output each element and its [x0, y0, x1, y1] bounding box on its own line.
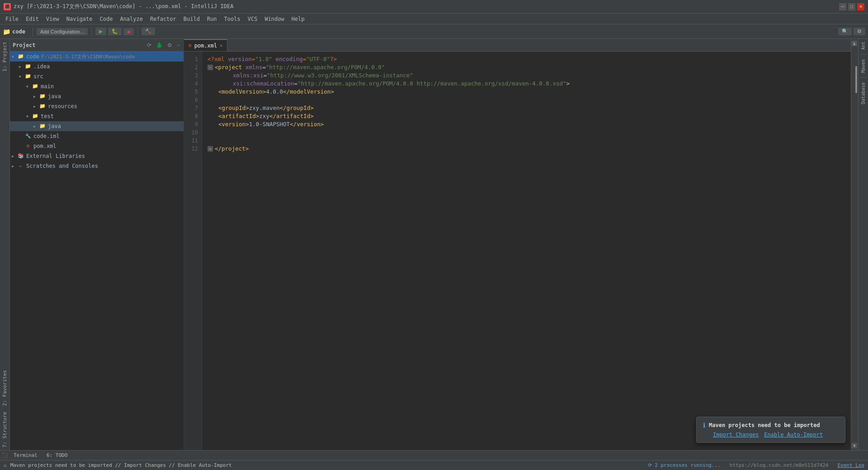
code-line-10 — [208, 128, 845, 137]
maven-panel-tab[interactable]: Maven — [859, 57, 867, 76]
tree-item-java[interactable]: 📁 java — [10, 91, 184, 101]
tree-icon-main: 📁 — [32, 83, 39, 90]
maximize-button[interactable]: □ — [848, 3, 855, 10]
tree-label-scratches: Scratches and Consoles — [26, 163, 98, 169]
scroll-thumb[interactable] — [855, 66, 857, 93]
toolbar: 📁 code Add Configuration... ▶ 🐛 ■ 🔨 🔍 ⚙ — [0, 24, 868, 39]
tree-icon-test: 📁 — [32, 113, 39, 120]
notification-title: Maven projects need to be imported — [709, 422, 820, 428]
terminal-icon: ⬛ — [2, 452, 8, 458]
sidebar-minimize-btn[interactable]: − — [176, 41, 181, 49]
run-button[interactable]: ▶ — [95, 28, 106, 35]
tab-close-pom[interactable]: ✕ — [220, 43, 222, 48]
tree-icon-code: 📁 — [17, 53, 24, 60]
toolbar-project-name: code — [12, 28, 25, 35]
tree-item-resources[interactable]: 📁 resources — [10, 101, 184, 111]
editor-tab-pom[interactable]: m pom.xml ✕ — [184, 39, 227, 51]
menu-bar: File Edit View Navigate Code Analyze Ref… — [0, 14, 868, 24]
line-num-4: 4 — [184, 80, 202, 88]
line-numbers: 1 2 3 4 5 6 7 8 9 10 11 12 — [184, 52, 202, 450]
tab-icon-pom: m — [189, 43, 192, 48]
right-scrollbar[interactable]: ▼ ▲ ✓ — [851, 39, 858, 450]
tree-item-test-java[interactable]: 📁 java — [10, 121, 184, 131]
fold-icon-12[interactable]: + — [208, 146, 213, 152]
database-panel-tab[interactable]: Database — [859, 80, 867, 107]
tree-item-code-root[interactable]: 📁 code F:\2021-3-17文件\CSDN\Maven\code — [10, 52, 184, 62]
editor-tabs: m pom.xml ✕ — [184, 39, 851, 52]
sidebar-gear-btn[interactable]: ⚙ — [166, 41, 173, 49]
settings-button[interactable]: ⚙ — [854, 28, 865, 35]
scroll-down-btn[interactable]: ▼ — [852, 443, 857, 448]
sidebar-header: Project ⟳ 🌲 ⚙ − — [10, 39, 184, 52]
sidebar: Project ⟳ 🌲 ⚙ − 📁 code F:\2021-3-17文件\CS… — [10, 39, 184, 450]
line-num-7: 7 — [184, 104, 202, 112]
toolbar-project-icon: 📁 — [3, 28, 10, 35]
code-line-11 — [208, 137, 845, 145]
sidebar-title: Project — [13, 42, 143, 48]
menu-help[interactable]: Help — [288, 15, 308, 23]
minimize-button[interactable]: ─ — [839, 3, 846, 10]
menu-window[interactable]: Window — [261, 15, 288, 23]
menu-code[interactable]: Code — [96, 15, 117, 23]
fold-icon-2[interactable]: − — [208, 65, 213, 70]
panel-divider — [860, 54, 867, 55]
panel-divider-2 — [860, 77, 867, 78]
project-panel-tab[interactable]: 1: Project — [0, 39, 9, 74]
tree-item-ext-libs[interactable]: 📚 External Libraries — [10, 151, 184, 161]
import-changes-link[interactable]: Import Changes — [713, 432, 759, 438]
todo-tab[interactable]: 6: TODO — [43, 451, 71, 460]
tree-item-src[interactable]: 📁 src — [10, 71, 184, 81]
ant-panel-tab[interactable]: Ant — [859, 39, 867, 52]
tree-item-main[interactable]: 📁 main — [10, 81, 184, 91]
menu-navigate[interactable]: Navigate — [63, 15, 96, 23]
debug-button[interactable]: 🐛 — [108, 28, 122, 35]
structure-panel-tab[interactable]: 7: Structure — [0, 409, 9, 450]
sidebar-sync-btn[interactable]: ⟳ — [146, 41, 152, 49]
tree-icon-java-src: 📁 — [39, 93, 46, 100]
add-configuration-button[interactable]: Add Configuration... — [37, 28, 88, 35]
status-message: Maven projects need to be imported // Im… — [10, 462, 644, 468]
menu-vcs[interactable]: VCS — [244, 15, 261, 23]
code-line-7: <groupId>zxy.maven</groupId> — [208, 104, 845, 112]
tree-arrow-resources — [33, 104, 39, 109]
menu-view[interactable]: View — [42, 15, 63, 23]
close-button[interactable]: ✕ — [857, 3, 864, 10]
line-num-10: 10 — [184, 128, 202, 137]
favorites-panel-tab[interactable]: 2: Favorites — [0, 367, 9, 408]
window-title: zxy [F:\2021-3-17文件\CSDN\Maven\code] - .… — [14, 3, 233, 10]
code-area[interactable]: <?xml version="1.0" encoding="UTF-8"?> −… — [202, 52, 851, 450]
terminal-tab[interactable]: Terminal — [10, 451, 41, 460]
tree-item-test[interactable]: 📁 test — [10, 111, 184, 121]
tree-icon-test-java: 📁 — [39, 123, 46, 130]
event-log-label[interactable]: Event Log — [837, 462, 864, 468]
processes-label: 2 processes running... — [655, 462, 721, 468]
menu-build[interactable]: Build — [180, 15, 203, 23]
tree-item-pom[interactable]: m pom.xml — [10, 141, 184, 151]
menu-run[interactable]: Run — [203, 15, 221, 23]
line-num-3: 3 — [184, 71, 202, 80]
tree-label-src: src — [33, 73, 43, 80]
menu-file[interactable]: File — [2, 15, 22, 23]
enable-auto-import-link[interactable]: Enable Auto-Import — [764, 432, 823, 438]
tree-label-test-java: java — [48, 123, 61, 129]
menu-analyze[interactable]: Analyze — [116, 15, 146, 23]
stop-button[interactable]: ■ — [123, 28, 134, 35]
code-text-2a: < — [215, 63, 218, 71]
sidebar-tree-btn[interactable]: 🌲 — [155, 41, 164, 49]
tree-arrow-java — [33, 94, 39, 99]
tree-item-idea[interactable]: 📁 .idea — [10, 62, 184, 71]
menu-edit[interactable]: Edit — [22, 15, 42, 23]
line-num-2: 2 — [184, 63, 202, 71]
search-everywhere-button[interactable]: 🔍 — [838, 28, 852, 35]
editor-content: 1 2 3 4 5 6 7 8 9 10 11 12 <?xml version… — [184, 52, 851, 450]
notification-popup: ℹ Maven projects need to be imported Imp… — [696, 417, 845, 443]
terminal-tab-label: Terminal — [14, 452, 38, 458]
menu-refactor[interactable]: Refactor — [146, 15, 180, 23]
right-tool-panels: Ant Maven Database — [858, 39, 868, 450]
build-button[interactable]: 🔨 — [142, 28, 155, 35]
tree-item-code-iml[interactable]: 🔧 code.iml — [10, 131, 184, 141]
code-text-1: <?xml version="1.0" encoding="UTF-8"?> — [208, 55, 337, 63]
tree-item-scratches[interactable]: ✏ Scratches and Consoles — [10, 161, 184, 171]
menu-tools[interactable]: Tools — [221, 15, 244, 23]
code-line-3: xmlns:xsi="http://www.w3.org/2001/XMLSch… — [208, 71, 845, 80]
